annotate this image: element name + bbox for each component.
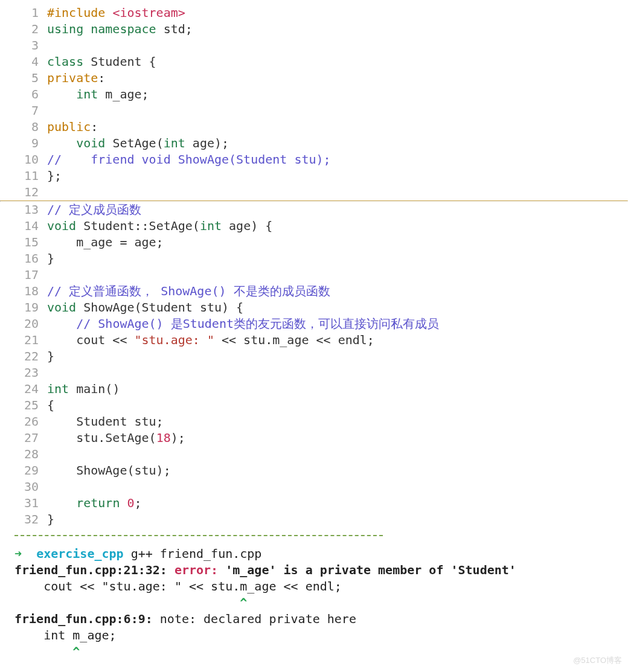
- line-number: 29: [14, 462, 39, 479]
- line-number: 23: [14, 365, 39, 381]
- line-number: 20: [14, 316, 39, 332]
- prompt-dir: exercise_cpp: [36, 546, 124, 561]
- line-number: 31: [14, 495, 39, 511]
- prompt-arrow-icon: ➜: [14, 546, 36, 561]
- code-line: 10// friend void ShowAge(Student stu);: [0, 152, 628, 168]
- code-line: 9 void SetAge(int age);: [0, 135, 628, 152]
- terminal-line: ^: [0, 644, 628, 660]
- line-number: 28: [14, 446, 39, 462]
- code-line: 32}: [0, 511, 628, 528]
- code-line: 12: [0, 184, 628, 200]
- line-number: 26: [14, 414, 39, 430]
- terminal-line: cout << "stu.age: " << stu.m_age << endl…: [0, 578, 628, 595]
- line-number: 14: [14, 218, 39, 234]
- code-line: 24int main(): [0, 381, 628, 397]
- line-number: 11: [14, 168, 39, 184]
- code-line: 13// 定义成员函数: [0, 202, 628, 218]
- code-line: 30: [0, 479, 628, 495]
- line-number: 27: [14, 430, 39, 446]
- code-line: 14void Student::SetAge(int age) {: [0, 218, 628, 234]
- line-number: 1: [14, 5, 39, 21]
- code-line: 20 // ShowAge() 是Student类的友元函数，可以直接访问私有成…: [0, 316, 628, 332]
- code-line: 17: [0, 267, 628, 283]
- watermark-text: @51CTO博客: [573, 652, 622, 666]
- line-number: 9: [14, 135, 39, 152]
- code-line: 29 ShowAge(stu);: [0, 462, 628, 479]
- terminal-block: ➜ exercise_cpp g++ friend_fun.cpp friend…: [0, 541, 628, 666]
- line-number: 21: [14, 332, 39, 348]
- line-number: 15: [14, 234, 39, 251]
- line-number: 17: [14, 267, 39, 283]
- code-line: 25{: [0, 397, 628, 414]
- line-number: 18: [14, 283, 39, 299]
- line-number: 24: [14, 381, 39, 397]
- error-label: error:: [175, 563, 218, 577]
- code-line: 3: [0, 37, 628, 54]
- caret-marker: ^: [14, 644, 80, 659]
- command: g++ friend_fun.cpp: [124, 546, 262, 561]
- line-number: 30: [14, 479, 39, 495]
- line-number: 22: [14, 348, 39, 365]
- line-number: 3: [14, 37, 39, 54]
- code-line: 31 return 0;: [0, 495, 628, 511]
- code-line: 1#include <iostream>: [0, 5, 628, 21]
- code-line: 27 stu.SetAge(18);: [0, 430, 628, 446]
- terminal-line: ➜ exercise_cpp g++ friend_fun.cpp: [0, 546, 628, 562]
- code-line: 26 Student stu;: [0, 414, 628, 430]
- code-line: 6 int m_age;: [0, 86, 628, 103]
- line-number: 4: [14, 54, 39, 70]
- dashed-separator: [14, 535, 383, 536]
- line-number: 6: [14, 86, 39, 103]
- line-number: 8: [14, 119, 39, 135]
- caret-marker: ^: [14, 595, 247, 610]
- code-line: 5private:: [0, 70, 628, 86]
- line-number: 13: [14, 202, 39, 218]
- line-number: 12: [14, 184, 39, 200]
- code-line: 18// 定义普通函数， ShowAge() 不是类的成员函数: [0, 283, 628, 299]
- line-number: 25: [14, 397, 39, 414]
- code-line: 4class Student {: [0, 54, 628, 70]
- line-number: 2: [14, 21, 39, 37]
- line-number: 32: [14, 511, 39, 528]
- line-number: 19: [14, 299, 39, 316]
- code-line: 15 m_age = age;: [0, 234, 628, 251]
- code-line: 23: [0, 365, 628, 381]
- code-line: 28: [0, 446, 628, 462]
- code-line: 22}: [0, 348, 628, 365]
- code-line: 7: [0, 103, 628, 119]
- terminal-line: friend_fun.cpp:6:9: note: declared priva…: [0, 611, 628, 627]
- code-line: 11};: [0, 168, 628, 184]
- line-number: 7: [14, 103, 39, 119]
- code-line: 19void ShowAge(Student stu) {: [0, 299, 628, 316]
- code-line: 8public:: [0, 119, 628, 135]
- line-number: 16: [14, 251, 39, 267]
- line-number: 10: [14, 152, 39, 168]
- terminal-line: ^: [0, 595, 628, 611]
- code-line: 21 cout << "stu.age: " << stu.m_age << e…: [0, 332, 628, 348]
- code-line: 2using namespace std;: [0, 21, 628, 37]
- terminal-line: int m_age;: [0, 627, 628, 644]
- line-number: 5: [14, 70, 39, 86]
- terminal-line: friend_fun.cpp:21:32: error: 'm_age' is …: [0, 562, 628, 578]
- code-line: 16}: [0, 251, 628, 267]
- code-block: 1#include <iostream> 2using namespace st…: [0, 0, 628, 530]
